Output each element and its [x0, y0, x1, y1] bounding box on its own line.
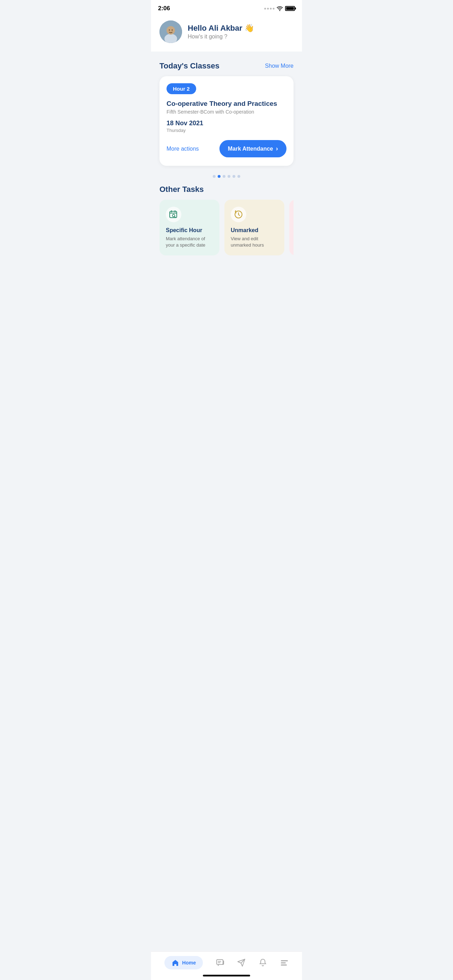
task-card-adjust[interactable]: Adju Mark your a: [289, 200, 294, 255]
section-title: Today's Classes: [159, 61, 219, 70]
todays-classes-section: Today's Classes Show More Hour 2 Co-oper…: [151, 54, 302, 170]
status-icons: [264, 6, 295, 11]
svg-point-3: [169, 30, 170, 31]
greeting-name: Hello Ali Akbar: [188, 24, 242, 33]
hour-badge: Hour 2: [167, 83, 196, 94]
greeting-subtitle: How's it going ?: [188, 33, 294, 40]
other-tasks-section: Other Tasks Specific Hour Mark attendanc…: [151, 179, 302, 262]
task-name-specific-hour: Specific Hour: [166, 227, 213, 234]
other-tasks-title: Other Tasks: [159, 185, 294, 194]
chevron-right-icon: ›: [276, 145, 278, 153]
svg-point-2: [167, 26, 175, 35]
calendar-search-icon: [169, 210, 178, 219]
wifi-icon: [277, 6, 283, 11]
header: Hello Ali Akbar 👋 How's it going ?: [151, 15, 302, 51]
task-desc-unmarked: View and edit unmarked hours: [231, 235, 278, 248]
card-actions: More actions Mark Attendance ›: [167, 140, 286, 158]
class-day: Thursday: [167, 128, 286, 133]
clock-back-icon: [234, 210, 243, 219]
mark-attendance-button[interactable]: Mark Attendance ›: [219, 140, 286, 158]
more-actions-link[interactable]: More actions: [167, 146, 199, 152]
class-card: Hour 2 Co-operative Theory and Practices…: [159, 76, 294, 166]
status-bar: 2:06: [151, 0, 302, 15]
carousel-dot-6[interactable]: [237, 175, 240, 178]
show-more-button[interactable]: Show More: [265, 63, 294, 69]
task-name-unmarked: Unmarked: [231, 227, 278, 234]
carousel-dot-4[interactable]: [227, 175, 230, 178]
carousel-dot-5[interactable]: [232, 175, 235, 178]
avatar: [159, 21, 182, 43]
wave-emoji: 👋: [245, 24, 254, 33]
tasks-row: Specific Hour Mark attendance of your a …: [159, 200, 294, 255]
carousel-dot-3[interactable]: [223, 175, 226, 178]
task-card-unmarked[interactable]: Unmarked View and edit unmarked hours: [224, 200, 285, 255]
carousel-dot-1[interactable]: [213, 175, 216, 178]
svg-line-10: [175, 216, 176, 218]
signal-icon: [264, 8, 275, 10]
carousel-dot-2[interactable]: [218, 175, 221, 178]
specific-hour-icon: [166, 207, 181, 222]
section-divider: [151, 51, 302, 54]
task-card-specific-hour[interactable]: Specific Hour Mark attendance of your a …: [159, 200, 219, 255]
unmarked-icon: [231, 207, 246, 222]
section-header: Today's Classes Show More: [159, 61, 294, 70]
status-time: 2:06: [158, 5, 170, 12]
task-desc-specific-hour: Mark attendance of your a specific date: [166, 235, 213, 248]
svg-point-4: [172, 30, 173, 31]
class-subtitle: Fifth Semester-BCom with Co-operation: [167, 109, 286, 115]
greeting-text: Hello Ali Akbar 👋 How's it going ?: [188, 24, 294, 40]
class-date: 18 Nov 2021: [167, 119, 286, 127]
battery-icon: [285, 6, 295, 11]
avatar-image: [159, 21, 182, 43]
class-title: Co-operative Theory and Practices: [167, 100, 286, 108]
bottom-spacer: [151, 262, 302, 305]
carousel-dots: [151, 170, 302, 179]
